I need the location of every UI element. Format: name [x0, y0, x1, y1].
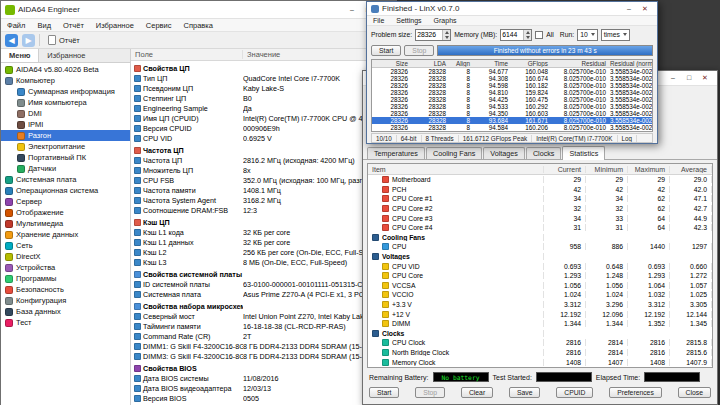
detail-row[interactable]: ID системной платы 63-0100-000001-001011… [131, 279, 396, 289]
menu-item[interactable]: Сервис [140, 19, 178, 31]
menu-item[interactable]: Отчёт [57, 19, 90, 31]
menu-item[interactable]: Файл [1, 19, 31, 31]
stability-tab[interactable]: Clocks [526, 147, 562, 159]
column-gflops[interactable]: GFlops [510, 60, 550, 67]
detail-row[interactable]: Псевдоним ЦП Kaby Lake-S [131, 83, 396, 93]
detail-row[interactable]: Свойства BIOS [131, 363, 396, 373]
aida64-titlebar[interactable]: AIDA64 Engineer – □ ✕ [1, 1, 396, 19]
statistics-row[interactable]: CPU Core #3 34 33 64 44.9 [368, 213, 712, 223]
statistics-row[interactable]: DIMM 1.344 1.344 1.352 1.345 [368, 319, 712, 329]
sidebar-item[interactable]: DMI [1, 108, 130, 119]
stability-tab[interactable]: Cooling Fans [426, 147, 482, 159]
result-row[interactable]: 28326 28328 8 93.684 161.671 8.025700e-0… [372, 117, 652, 124]
sidebar-item[interactable]: DirectX [1, 251, 130, 262]
stability-tab[interactable]: Voltages [483, 147, 525, 159]
statistics-row[interactable]: CPU Core #1 34 34 62 47.1 [368, 194, 712, 204]
sidebar-item[interactable]: Безопасность [1, 284, 130, 295]
sidebar-item[interactable]: Операционная система [1, 185, 130, 196]
menu-item[interactable]: Settings [390, 16, 427, 25]
minimize-icon[interactable]: – [665, 72, 681, 84]
statistics-row[interactable]: CPU 958 886 1440 1297 [368, 242, 712, 252]
stability-button[interactable]: Close [678, 387, 711, 398]
detail-row[interactable]: Версия CPUID 000906E9h [131, 123, 396, 133]
column-size[interactable]: Size [372, 60, 410, 67]
detail-row[interactable]: Версия BIOS 0505 [131, 393, 396, 403]
sidebar-item[interactable]: Системная плата [1, 174, 130, 185]
statistics-row[interactable]: Memory Clock 1408 1407 1408 1407.9 [368, 357, 712, 367]
sidebar-item[interactable]: Датчики [1, 163, 130, 174]
column-residual[interactable]: Residual [550, 60, 608, 67]
stability-tab[interactable]: Statistics [562, 146, 605, 160]
detail-row[interactable]: Кэш L3 8 МБ (On-Die, ECC, Full-Speed) [131, 257, 396, 267]
detail-row[interactable]: Свойства набора микросхем [131, 301, 396, 311]
minimize-icon[interactable]: – [344, 4, 360, 16]
sidebar-item[interactable]: Разгон [1, 130, 130, 141]
maximize-icon[interactable]: □ [681, 72, 697, 84]
detail-row[interactable]: Множитель ЦП 8x [131, 165, 396, 175]
column-lda[interactable]: LDA [410, 60, 448, 67]
detail-row[interactable]: Кэш ЦП [131, 217, 396, 227]
result-row[interactable]: 28326 28328 8 94.425 160.475 8.025700e-0… [372, 96, 652, 103]
forward-arrow-icon[interactable]: ▶ [22, 34, 35, 47]
stop-button[interactable]: Stop [404, 45, 434, 56]
sidebar-item[interactable]: AIDA64 v5.80.4026 Beta [1, 64, 130, 75]
result-row[interactable]: 28326 28328 8 94.810 159.824 8.025700e-0… [372, 89, 652, 96]
menu-item[interactable]: Избранное [90, 19, 140, 31]
column-average[interactable]: Average [670, 166, 712, 173]
detail-row[interactable]: Свойства ЦП [131, 63, 396, 73]
menu-item[interactable]: Вид [31, 19, 57, 31]
sidebar-item[interactable]: Мультимедиа [1, 218, 130, 229]
detail-row[interactable]: Частота System Agent 3168.2 МГц [131, 195, 396, 205]
detail-row[interactable]: Системная плата Asus Prime Z270-A (4 PCI… [131, 289, 396, 299]
close-icon[interactable]: ✕ [697, 72, 713, 84]
menu-item[interactable]: Graphs [428, 16, 463, 25]
detail-row[interactable]: Тайминги памяти 16-18-18-38 (CL-RCD-RP-R… [131, 321, 396, 331]
column-minimum[interactable]: Minimum [586, 166, 628, 173]
column-field[interactable]: Поле [131, 50, 243, 59]
stability-button[interactable]: Start [369, 387, 399, 398]
column-residual-norm[interactable]: Residual (norm.) [608, 60, 652, 67]
statistics-row[interactable]: +3.3 V 3.312 3.296 3.312 3.305 [368, 300, 712, 310]
sidebar-item[interactable]: База данных [1, 306, 130, 317]
result-row[interactable]: 28326 28328 8 94.584 160.206 8.025700e-0… [372, 124, 652, 131]
detail-row[interactable]: CPU FSB 352.0 МГц (исходная: 100 МГц, ра… [131, 175, 396, 185]
stability-button[interactable]: Stop [415, 387, 445, 398]
stability-button[interactable]: Preferences [609, 387, 662, 398]
statistics-row[interactable]: CPU Core #2 32 32 62 42.7 [368, 204, 712, 214]
statistics-row[interactable]: Motherboard 29 29 29 29.0 [368, 175, 712, 185]
stability-button[interactable]: Clear [461, 387, 493, 398]
linx-titlebar[interactable]: Finished - LinX v0.7.0 – ✕ [367, 2, 657, 16]
result-row[interactable]: 28326 28328 8 94.308 160.674 8.025700e-0… [372, 75, 652, 82]
sidebar-item[interactable]: Тест [1, 317, 130, 328]
run-unit-select[interactable]: times [601, 29, 630, 41]
statistics-row[interactable]: VCCIO 1.024 1.024 1.032 1.025 [368, 290, 712, 300]
spinner-arrows[interactable] [442, 30, 450, 40]
statistics-row[interactable]: VCCSA 1.056 1.056 1.064 1.057 [368, 281, 712, 291]
spin-up-icon[interactable] [526, 31, 530, 34]
spin-up-icon[interactable] [445, 31, 449, 34]
sidebar-item[interactable]: Конфигурация [1, 295, 130, 306]
sidebar-item[interactable]: Хранение данных [1, 229, 130, 240]
detail-row[interactable]: Свойства системной платы [131, 269, 396, 279]
statistics-row[interactable]: Voltages [368, 252, 712, 262]
report-button[interactable]: Отчёт [44, 34, 84, 46]
menu-item[interactable]: Справка [178, 19, 219, 31]
detail-row[interactable]: Кэш L2 256 КБ per core (On-Die, ECC, Ful… [131, 247, 396, 257]
detail-row[interactable]: Command Rate (CR) 2T [131, 331, 396, 341]
statistics-row[interactable]: Cooling Fans [368, 233, 712, 243]
menu-item[interactable]: File [367, 16, 390, 25]
column-value[interactable]: Значение [243, 50, 280, 59]
detail-row[interactable]: Имя ЦП (CPUID) Intel(R) Core(TM) i7-7700… [131, 113, 396, 123]
detail-row[interactable]: Тип ЦП QuadCore Intel Core i7-7700K [131, 73, 396, 83]
sidebar-item[interactable]: Компьютер [1, 75, 130, 86]
all-memory-checkbox[interactable] [535, 31, 543, 39]
sidebar-item[interactable]: Отображение [1, 207, 130, 218]
spin-down-icon[interactable] [445, 36, 449, 39]
detail-row[interactable]: CPU VID 0.6925 V [131, 133, 396, 143]
sidebar-item[interactable]: Электропитание [1, 141, 130, 152]
sidebar-item[interactable]: Программы [1, 273, 130, 284]
problem-size-input[interactable] [416, 30, 442, 40]
stability-tab[interactable]: Temperatures [367, 147, 425, 159]
detail-row[interactable]: Частота памяти 1408.1 МГц [131, 185, 396, 195]
sidebar-item[interactable]: IPMI [1, 119, 130, 130]
